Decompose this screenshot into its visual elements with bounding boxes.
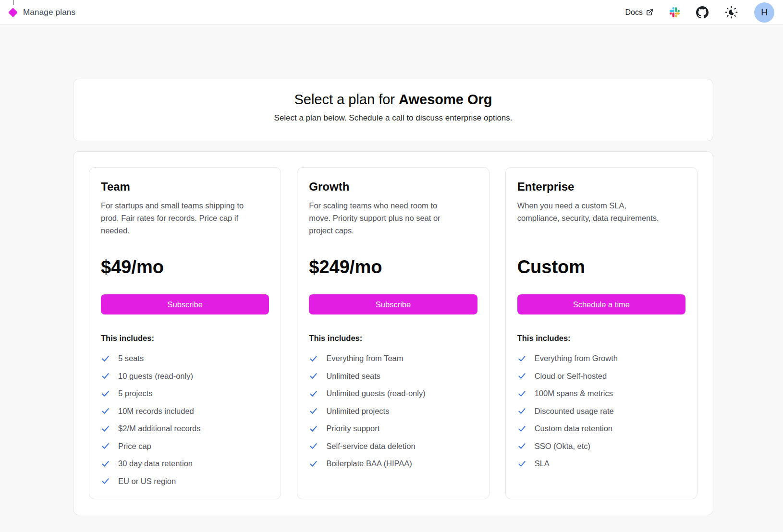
plan-card-growth: Growth For scaling teams who need room t… (297, 167, 489, 499)
user-avatar[interactable]: H (754, 2, 774, 23)
check-icon (517, 371, 526, 380)
feature-item: Custom data retention (517, 423, 685, 434)
includes-label: This includes: (517, 333, 685, 343)
plan-description: For startups and small teams shipping to… (101, 199, 269, 237)
subscribe-button-team[interactable]: Subscribe (101, 294, 269, 314)
hero-title-prefix: Select a plan for (294, 92, 399, 107)
plan-price: Custom (517, 256, 685, 278)
check-icon (309, 371, 318, 380)
hero-subtitle: Select a plan below. Schedule a call to … (73, 113, 713, 123)
header-actions: Docs (625, 2, 774, 23)
feature-item: EU or US region (101, 476, 269, 486)
plan-name: Growth (309, 179, 477, 194)
feature-label: Price cap (118, 441, 151, 451)
github-icon[interactable] (696, 6, 709, 19)
feature-label: Boilerplate BAA (HIPAA) (326, 458, 412, 469)
check-icon (309, 406, 318, 415)
check-icon (101, 476, 110, 485)
plans-panel: Team For startups and small teams shippi… (73, 151, 713, 515)
check-icon (101, 354, 110, 363)
feature-label: SSO (Okta, etc) (535, 441, 590, 451)
feature-label: 10M records included (118, 406, 194, 416)
feature-label: Everything from Growth (535, 353, 618, 363)
check-icon (309, 354, 318, 363)
feature-item: Discounted usage rate (517, 406, 685, 416)
plan-price: $249/mo (309, 256, 477, 278)
plan-name: Enterprise (517, 179, 685, 194)
docs-link[interactable]: Docs (625, 8, 653, 17)
feature-label: $2/M additional records (118, 423, 201, 434)
hero-title: Select a plan for Awesome Org (73, 91, 713, 108)
external-link-icon (646, 9, 653, 16)
docs-link-label: Docs (625, 8, 643, 17)
theme-toggle-sun-moon-icon[interactable] (725, 6, 738, 19)
page-title: Manage plans (23, 8, 75, 17)
header-brand: Manage plans (10, 8, 75, 17)
slack-icon[interactable] (670, 7, 680, 17)
feature-label: Cloud or Self-hosted (535, 371, 607, 381)
top-divider-line (13, 0, 14, 5)
feature-label: 30 day data retention (118, 458, 193, 469)
check-icon (101, 406, 110, 415)
plan-name: Team (101, 179, 269, 194)
avatar-initial: H (761, 7, 768, 18)
feature-item: 10 guests (read-only) (101, 371, 269, 381)
feature-list: 5 seats 10 guests (read-only) 5 projects… (101, 353, 269, 486)
feature-label: Unlimited seats (326, 371, 380, 381)
feature-item: Cloud or Self-hosted (517, 371, 685, 381)
check-icon (517, 459, 526, 468)
plan-card-team: Team For startups and small teams shippi… (89, 167, 281, 499)
plan-price: $49/mo (101, 256, 269, 278)
feature-label: Self-service data deletion (326, 441, 415, 451)
check-icon (309, 389, 318, 398)
feature-label: 5 projects (118, 388, 153, 399)
feature-item: SLA (517, 458, 685, 469)
main-content: Select a plan for Awesome Org Select a p… (73, 79, 713, 515)
org-name: Awesome Org (399, 92, 492, 107)
plan-description: When you need a custom SLA, compliance, … (517, 199, 685, 237)
feature-item: Price cap (101, 441, 269, 451)
feature-item: Unlimited seats (309, 371, 477, 381)
feature-item: 100M spans & metrics (517, 388, 685, 399)
feature-label: EU or US region (118, 476, 176, 486)
check-icon (101, 424, 110, 433)
app-logo-diamond-icon[interactable] (8, 8, 18, 17)
includes-label: This includes: (101, 333, 269, 343)
check-icon (517, 406, 526, 415)
feature-item: 30 day data retention (101, 458, 269, 469)
check-icon (309, 441, 318, 450)
feature-label: SLA (535, 458, 550, 469)
feature-label: 10 guests (read-only) (118, 371, 193, 381)
subscribe-button-growth[interactable]: Subscribe (309, 294, 477, 314)
feature-item: Unlimited guests (read-only) (309, 388, 477, 399)
feature-label: Unlimited guests (read-only) (326, 388, 425, 399)
check-icon (517, 441, 526, 450)
check-icon (517, 389, 526, 398)
feature-item: SSO (Okta, etc) (517, 441, 685, 451)
feature-label: Everything from Team (326, 353, 403, 363)
check-icon (517, 424, 526, 433)
feature-item: Everything from Growth (517, 353, 685, 363)
feature-label: Priority support (326, 423, 379, 434)
top-navigation-bar: Manage plans Docs (0, 0, 783, 25)
feature-item: $2/M additional records (101, 423, 269, 434)
feature-label: Discounted usage rate (535, 406, 614, 416)
check-icon (309, 424, 318, 433)
feature-label: Custom data retention (535, 423, 612, 434)
feature-label: 100M spans & metrics (535, 388, 613, 399)
check-icon (309, 459, 318, 468)
includes-label: This includes: (309, 333, 477, 343)
feature-item: Self-service data deletion (309, 441, 477, 451)
check-icon (101, 371, 110, 380)
feature-item: 10M records included (101, 406, 269, 416)
feature-list: Everything from Growth Cloud or Self-hos… (517, 353, 685, 469)
feature-item: Priority support (309, 423, 477, 434)
schedule-time-button[interactable]: Schedule a time (517, 294, 685, 314)
feature-item: 5 seats (101, 353, 269, 363)
feature-label: Unlimited projects (326, 406, 389, 416)
feature-item: 5 projects (101, 388, 269, 399)
check-icon (101, 459, 110, 468)
feature-item: Unlimited projects (309, 406, 477, 416)
hero-panel: Select a plan for Awesome Org Select a p… (73, 79, 713, 141)
plan-card-enterprise: Enterprise When you need a custom SLA, c… (505, 167, 697, 499)
